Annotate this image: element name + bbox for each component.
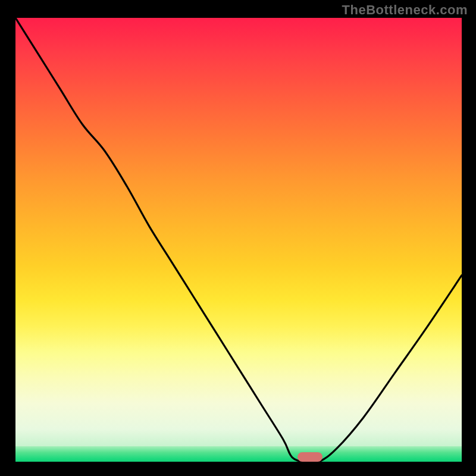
chart-frame: TheBottleneck.com	[0, 0, 476, 476]
bottleneck-curve	[15, 18, 462, 462]
plot-area	[15, 18, 462, 462]
optimal-marker	[298, 452, 322, 462]
watermark-text: TheBottleneck.com	[342, 2, 468, 18]
